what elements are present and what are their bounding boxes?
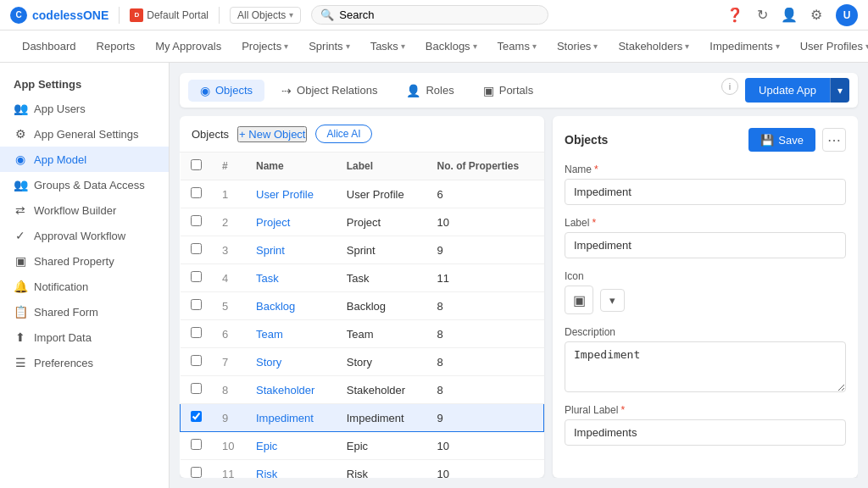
row-checkbox[interactable] (191, 243, 202, 254)
description-textarea[interactable]: Impediment (565, 341, 846, 392)
save-button[interactable]: 💾 Save (748, 128, 815, 152)
nav-item-sprints[interactable]: Sprints ▾ (300, 35, 358, 58)
settings-gear-icon: ⚙ (14, 127, 27, 141)
row-checkbox-cell[interactable] (181, 404, 213, 432)
table-row[interactable]: 11 Risk Risk 10 (181, 460, 544, 479)
row-checkbox[interactable] (191, 383, 202, 394)
sidebar-item-app-general-settings[interactable]: ⚙ App General Settings (0, 121, 169, 147)
table-row[interactable]: 6 Team Team 8 (181, 320, 544, 348)
row-checkbox-cell[interactable] (181, 432, 213, 460)
row-checkbox-cell[interactable] (181, 348, 213, 376)
name-input[interactable] (565, 179, 846, 205)
sidebar-item-shared-property[interactable]: ▣ Shared Property (0, 248, 169, 274)
sidebar-item-approval-workflow[interactable]: ✓ Approval Workflow (0, 223, 169, 248)
row-checkbox[interactable] (191, 411, 202, 422)
chevron-down-icon: ▾ (609, 294, 615, 307)
sidebar-item-shared-form[interactable]: 📋 Shared Form (0, 299, 169, 324)
row-name[interactable]: Stakeholder (246, 376, 337, 404)
row-name[interactable]: Epic (246, 432, 337, 460)
row-checkbox-cell[interactable] (181, 180, 213, 208)
row-name[interactable]: Risk (246, 460, 337, 479)
sidebar-item-app-users[interactable]: 👥 App Users (0, 96, 169, 121)
search-bar[interactable]: 🔍 (311, 5, 548, 25)
sidebar-item-workflow-builder[interactable]: ⇄ Workflow Builder (0, 197, 169, 223)
tab-roles[interactable]: 👤 Roles (394, 80, 465, 102)
table-row[interactable]: 4 Task Task 11 (181, 264, 544, 292)
sidebar-item-app-model[interactable]: ◉ App Model (0, 147, 169, 172)
all-objects-button[interactable]: All Objects ▾ (230, 7, 301, 24)
info-icon[interactable]: i (721, 78, 738, 95)
row-checkbox[interactable] (191, 355, 202, 366)
row-name[interactable]: Task (246, 264, 337, 292)
tab-object-relations[interactable]: ⇢ Object Relations (270, 80, 389, 102)
row-name[interactable]: Story (246, 348, 337, 376)
row-checkbox[interactable] (191, 215, 202, 226)
alice-ai-button[interactable]: Alice AI (315, 125, 371, 143)
sidebar-item-preferences[interactable]: ☰ Preferences (0, 350, 169, 375)
nav-item-user-profiles[interactable]: User Profiles ▾ (792, 35, 868, 58)
row-checkbox-cell[interactable] (181, 292, 213, 320)
nav-item-tasks[interactable]: Tasks ▾ (362, 35, 414, 58)
help-icon[interactable]: ❓ (727, 8, 743, 23)
row-checkbox-cell[interactable] (181, 208, 213, 236)
row-name[interactable]: Team (246, 320, 337, 348)
table-header-checkbox[interactable] (181, 152, 213, 180)
row-checkbox[interactable] (191, 187, 202, 198)
nav-item-stakeholders[interactable]: Stakeholders ▾ (609, 35, 698, 58)
nav-item-projects[interactable]: Projects ▾ (233, 35, 297, 58)
nav-item-backlogs[interactable]: Backlogs ▾ (417, 35, 486, 58)
users-icon[interactable]: 👤 (782, 8, 797, 23)
row-checkbox-cell[interactable] (181, 320, 213, 348)
tab-objects[interactable]: ◉ Objects (188, 80, 264, 102)
table-row[interactable]: 3 Sprint Sprint 9 (181, 236, 544, 264)
select-all-checkbox[interactable] (191, 159, 202, 170)
row-name[interactable]: Sprint (246, 236, 337, 264)
row-checkbox[interactable] (191, 271, 202, 282)
approval-icon: ✓ (14, 229, 27, 242)
table-row[interactable]: 5 Backlog Backlog 8 (181, 292, 544, 320)
row-checkbox[interactable] (191, 439, 202, 450)
table-row[interactable]: 9 Impediment Impediment 9 (181, 404, 544, 432)
row-checkbox[interactable] (191, 327, 202, 338)
icon-dropdown-button[interactable]: ▾ (600, 289, 625, 312)
refresh-icon[interactable]: ↻ (754, 8, 770, 23)
row-properties: 6 (427, 180, 544, 208)
row-checkbox-cell[interactable] (181, 376, 213, 404)
more-options-button[interactable]: ⋯ (822, 128, 846, 152)
table-row[interactable]: 2 Project Project 10 (181, 208, 544, 236)
row-checkbox-cell[interactable] (181, 460, 213, 479)
label-input[interactable] (565, 232, 846, 258)
row-checkbox-cell[interactable] (181, 236, 213, 264)
row-checkbox-cell[interactable] (181, 264, 213, 292)
row-name[interactable]: Impediment (246, 404, 337, 432)
nav-item-reports[interactable]: Reports (88, 35, 144, 58)
table-row[interactable]: 8 Stakeholder Stakeholder 8 (181, 376, 544, 404)
sidebar-item-notification[interactable]: 🔔 Notification (0, 274, 169, 299)
nav-item-stories[interactable]: Stories ▾ (548, 35, 606, 58)
sidebar-item-groups-data-access[interactable]: 👥 Groups & Data Access (0, 172, 169, 197)
update-app-button[interactable]: Update App (745, 78, 830, 103)
new-object-button[interactable]: + New Object (237, 126, 307, 142)
update-app-dropdown-button[interactable]: ▾ (830, 78, 849, 103)
row-name[interactable]: User Profile (246, 180, 337, 208)
plural-label-input[interactable] (565, 419, 846, 446)
nav-item-dashboard[interactable]: Dashboard (14, 35, 85, 58)
row-name[interactable]: Backlog (246, 292, 337, 320)
tab-portals[interactable]: ▣ Portals (471, 80, 545, 102)
table-row[interactable]: 7 Story Story 8 (181, 348, 544, 376)
search-input[interactable] (339, 8, 539, 21)
sidebar-item-import-data[interactable]: ⬆ Import Data (0, 324, 169, 350)
avatar[interactable]: U (836, 4, 858, 26)
table-row[interactable]: 1 User Profile User Profile 6 (181, 180, 544, 208)
row-name[interactable]: Project (246, 208, 337, 236)
right-panel: Objects 💾 Save ⋯ Name * (553, 116, 858, 478)
row-checkbox[interactable] (191, 467, 202, 478)
row-checkbox[interactable] (191, 299, 202, 310)
nav-item-teams[interactable]: Teams ▾ (489, 35, 545, 58)
app-logo[interactable]: C codelessONE (10, 7, 108, 24)
settings-icon[interactable]: ⚙ (809, 8, 824, 23)
table-row[interactable]: 10 Epic Epic 10 (181, 432, 544, 460)
icon-preview[interactable]: ▣ (565, 286, 593, 314)
nav-item-impediments[interactable]: Impediments ▾ (701, 35, 787, 58)
nav-item-my-approvals[interactable]: My Approvals (147, 35, 230, 58)
